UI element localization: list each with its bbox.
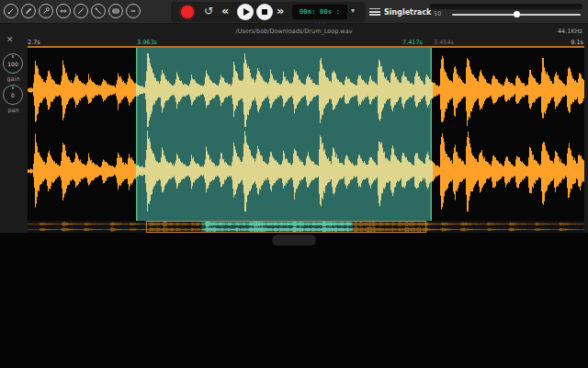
panel-drag-handle[interactable]	[272, 235, 316, 246]
pen-icon	[94, 6, 103, 16]
close-track-button[interactable]: ✕	[6, 35, 14, 44]
waveform-view[interactable]	[28, 46, 584, 221]
move-horizontal-icon	[59, 6, 68, 16]
line-tool-button[interactable]	[74, 4, 88, 18]
time-format-dropdown[interactable]: ▾	[351, 6, 355, 15]
slider-value-label: 50	[434, 10, 441, 17]
eyedropper-tool-button[interactable]	[39, 4, 53, 18]
app-title: Singletrack	[384, 8, 431, 17]
overview-strip[interactable]	[28, 221, 584, 233]
play-button[interactable]	[237, 4, 254, 20]
brush-tool-button[interactable]	[21, 4, 36, 18]
line-icon	[76, 6, 85, 16]
move-horizontal-tool-button[interactable]	[56, 4, 71, 18]
loop-button[interactable]: ↺	[204, 6, 213, 17]
minus-icon	[129, 6, 138, 16]
toolbar: ↺ « » 00m: 00s : 000 ▾ Singletrack 50	[0, 0, 588, 24]
zoom-out-tool-button[interactable]	[126, 4, 141, 18]
selection-duration-label: 3.454s	[434, 39, 454, 46]
eraser-tool-button[interactable]	[108, 4, 123, 18]
play-icon	[243, 8, 250, 16]
rewind-button[interactable]: «	[221, 5, 229, 17]
stop-button[interactable]	[256, 4, 273, 20]
singletrack-menu-button[interactable]: Singletrack	[369, 5, 431, 19]
tool-palette	[4, 4, 141, 18]
eraser-icon	[111, 6, 120, 16]
overview-canvas[interactable]	[28, 221, 584, 233]
gain-knob-label: gain	[0, 75, 27, 83]
selection-start-time-label: 3.963s	[137, 39, 157, 46]
toolbar-spacer-bar	[430, 4, 582, 9]
forward-button[interactable]: »	[277, 5, 284, 17]
pan-knob-label: pan	[0, 107, 27, 114]
time-display: 00m: 00s : 000	[292, 5, 347, 19]
hamburger-icon	[369, 8, 380, 16]
brush-icon	[24, 6, 33, 16]
waveform-canvas[interactable]	[28, 48, 584, 221]
record-button[interactable]	[181, 6, 194, 18]
pencil-tool-button[interactable]	[4, 4, 18, 18]
pen-tool-button[interactable]	[91, 4, 106, 18]
view-end-time-label: 9.1s	[571, 39, 583, 46]
lower-panel	[0, 234, 588, 368]
eyedropper-icon	[41, 6, 51, 16]
app-window: ↺ « » 00m: 00s : 000 ▾ Singletrack 50 /U…	[0, 0, 588, 368]
pan-knob[interactable]: 0	[3, 85, 23, 105]
file-path: /Users/bob/Downloads/Drum_Loop.wav	[0, 28, 588, 35]
pencil-icon	[6, 6, 16, 16]
gain-knob[interactable]: 100	[3, 53, 23, 74]
slider-thumb[interactable]	[514, 11, 520, 17]
output-level-slider[interactable]	[452, 14, 581, 16]
selection-end-time-label: 7.417s	[402, 39, 423, 46]
stop-icon	[262, 9, 267, 15]
sample-rate-label: 44.1KHz	[558, 28, 582, 35]
view-start-time-label: 2.7s	[28, 39, 40, 46]
